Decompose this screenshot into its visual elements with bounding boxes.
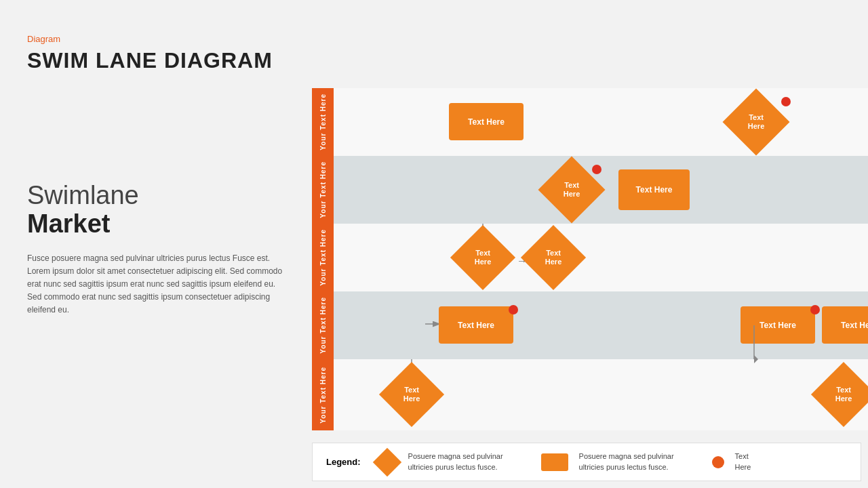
legend-bar: Legend: Posuere magna sed pulvinar ultri…	[312, 443, 861, 481]
lane-1-content: Text Here TextHere	[334, 88, 868, 156]
lane-3-label: Your Text Here	[312, 224, 334, 291]
lane1-rect1: Text Here	[449, 103, 524, 140]
page: Diagram SWIM LANE DIAGRAM Swimlane Marke…	[0, 0, 868, 488]
lane4-rect3: Text Here	[822, 306, 868, 344]
lane-2: Your Text Here TextHere Text Here	[312, 156, 868, 224]
page-title: SWIM LANE DIAGRAM	[27, 48, 285, 73]
lane-5-content: TextHere TextHere	[334, 359, 868, 430]
subtitle-bold: Market	[27, 210, 285, 239]
legend-rect-text: Posuere magna sed pulvinar ultricies pur…	[579, 451, 701, 472]
lane-4-label: Your Text Here	[312, 291, 334, 359]
lane3-diamond2: TextHere	[521, 225, 586, 290]
lane4-rect2: Text Here	[741, 306, 815, 344]
red-dot-2	[592, 165, 601, 174]
lane2-rect1: Text Here	[618, 169, 690, 210]
lane-3-content: TextHere → TextHere	[334, 224, 868, 291]
lane5-diamond2: TextHere	[811, 362, 868, 427]
legend-diamond-text: Posuere magna sed pulvinar ultricies pur…	[408, 451, 530, 472]
lane3-diamond1: TextHere	[450, 225, 515, 290]
red-dot-1	[781, 97, 791, 106]
red-dot-3	[509, 305, 518, 314]
lane-2-content: TextHere Text Here	[334, 156, 868, 224]
lane4-rect1: Text Here	[439, 306, 513, 344]
lane-5: Your Text Here	[312, 359, 868, 430]
left-panel: Diagram SWIM LANE DIAGRAM Swimlane Marke…	[0, 0, 312, 488]
legend-rect-shape	[541, 453, 568, 471]
lane-5-label: Your Text Here	[312, 359, 334, 430]
legend-circle-text: TextHere	[735, 451, 751, 472]
lane-2-label: Your Text Here	[312, 156, 334, 224]
lane-1-label: Your Text Here	[312, 88, 334, 156]
subtitle-light: Swimlane	[27, 182, 285, 210]
lane3-arrows	[334, 224, 868, 291]
lane-1: Your Text Here Text Here TextHere	[312, 88, 868, 156]
diagram-area: Your Text Here Text Here TextHere Your T…	[312, 88, 868, 434]
lane-3: Your Text Here TextHere →	[312, 224, 868, 291]
lane-4: Your Text Here Text Here	[312, 291, 868, 359]
legend-diamond-shape	[372, 447, 401, 476]
lane-4-content: Text Here Text Here Text Here	[334, 291, 868, 359]
body-text: Fusce posuere magna sed pulvinar ultrici…	[27, 252, 285, 317]
legend-label: Legend:	[326, 457, 361, 467]
diagram-label: Diagram	[27, 34, 285, 44]
legend-circle-shape	[712, 456, 724, 468]
lane1-diamond1: TextHere	[723, 89, 790, 156]
lane5-diamond1: TextHere	[379, 362, 444, 427]
red-dot-4	[810, 305, 820, 314]
